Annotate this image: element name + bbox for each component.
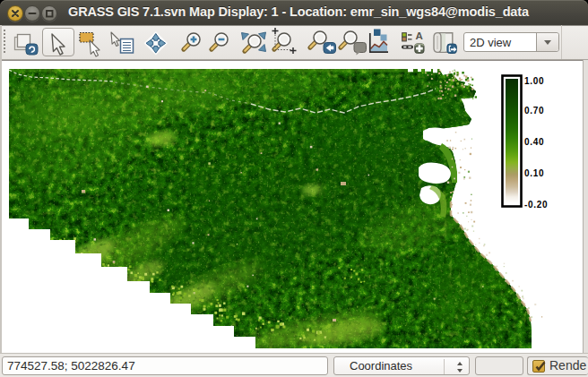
- svg-text:-0.20: -0.20: [524, 200, 548, 210]
- svg-text:1.00: 1.00: [524, 76, 544, 86]
- svg-text:0.70: 0.70: [524, 106, 544, 116]
- svg-text:0.40: 0.40: [524, 137, 544, 147]
- svg-text:0.10: 0.10: [524, 168, 544, 178]
- svg-text:A: A: [416, 30, 423, 41]
